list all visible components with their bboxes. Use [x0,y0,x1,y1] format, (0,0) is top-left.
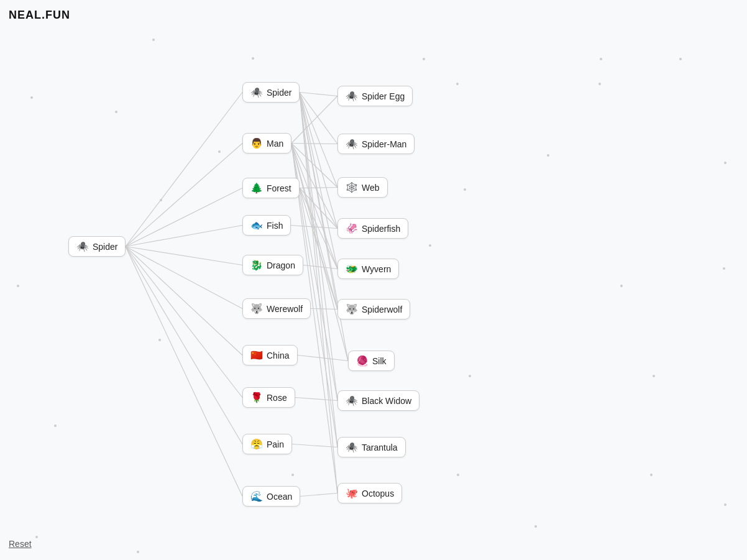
node-label-tarantula: Tarantula [362,443,398,452]
background-dot [218,150,221,153]
connection-line [291,226,337,229]
node-emoji-china: 🇨🇳 [250,349,263,361]
background-dot [464,188,466,191]
background-dot [252,57,254,60]
connection-line [291,144,337,144]
background-dot [598,83,601,85]
node-octopus[interactable]: 🐙Octopus [337,483,402,503]
node-label-pain: Pain [267,439,284,449]
node-label-silk: Silk [372,356,387,366]
node-emoji-rose: 🌹 [250,392,263,403]
reset-button[interactable]: Reset [9,539,32,549]
background-dot [547,154,549,157]
node-emoji-octopus: 🐙 [346,487,358,499]
connection-line [126,247,242,497]
node-label-black-widow: Black Widow [362,396,411,406]
connection-line [126,188,242,247]
node-wyvern[interactable]: 🐲Wyvern [337,259,399,279]
background-dot [291,474,294,476]
node-emoji-spider-left: 🕷️ [76,241,89,252]
connection-line [126,247,242,309]
connection-line [300,93,337,448]
node-china[interactable]: 🇨🇳China [242,345,298,365]
background-dot [158,339,161,341]
connection-line [126,247,242,356]
background-dot [456,83,459,85]
node-emoji-spider-man: 🕷️ [346,138,358,150]
node-label-werewolf: Werewolf [267,304,303,314]
node-spider-top[interactable]: 🕷️Spider [242,82,300,103]
connection-line [292,444,337,448]
connection-line [126,226,242,247]
connection-line [298,356,348,361]
connection-line [291,144,337,310]
connection-line [126,247,242,265]
connection-line [300,93,337,188]
node-emoji-tarantula: 🕷️ [346,441,358,453]
background-dot [469,375,471,377]
node-rose[interactable]: 🌹Rose [242,387,295,408]
connection-line [291,96,337,144]
node-silk[interactable]: 🧶Silk [348,351,395,371]
node-emoji-spiderwolf: 🐺 [346,303,358,315]
background-dot [152,39,155,41]
connection-line [126,93,242,247]
connection-line [300,188,337,310]
background-dot [724,503,726,506]
node-black-widow[interactable]: 🕷️Black Widow [337,390,419,411]
node-spiderfish[interactable]: 🦑Spiderfish [337,218,408,239]
connection-line [300,93,337,144]
node-pain[interactable]: 😤Pain [242,434,292,454]
node-label-spiderwolf: Spiderwolf [362,305,402,314]
node-man[interactable]: 👨Man [242,133,291,154]
connection-line [300,93,337,310]
node-spider-left[interactable]: 🕷️Spider [68,236,126,257]
background-dot [54,425,57,427]
node-label-spider-left: Spider [93,242,117,252]
node-spider-egg[interactable]: 🕷️Spider Egg [337,86,413,106]
background-dot [679,58,682,60]
background-dot [620,285,623,287]
node-spider-man[interactable]: 🕷️Spider-Man [337,134,415,154]
connection-line [295,398,337,401]
node-emoji-werewolf: 🐺 [250,303,263,314]
node-emoji-fish: 🐟 [250,219,263,231]
node-emoji-wyvern: 🐲 [346,263,358,275]
node-label-wyvern: Wyvern [362,264,391,274]
node-label-dragon: Dragon [267,260,295,270]
node-emoji-ocean: 🌊 [250,490,263,502]
node-web[interactable]: 🕸️Web [337,177,388,198]
node-forest[interactable]: 🌲Forest [242,178,300,198]
node-werewolf[interactable]: 🐺Werewolf [242,298,311,319]
node-dragon[interactable]: 🐉Dragon [242,255,303,275]
connection-line [311,309,337,310]
node-ocean[interactable]: 🌊Ocean [242,486,300,507]
node-spiderwolf[interactable]: 🐺Spiderwolf [337,299,410,319]
connection-line [126,144,242,247]
background-dot [653,375,655,377]
node-emoji-pain: 😤 [250,438,263,450]
node-label-man: Man [267,139,283,149]
node-tarantula[interactable]: 🕷️Tarantula [337,437,406,457]
connection-line [300,93,337,493]
background-dot [423,58,425,60]
background-dot [30,96,33,99]
node-fish[interactable]: 🐟Fish [242,215,291,236]
node-emoji-black-widow: 🕷️ [346,395,358,406]
node-label-octopus: Octopus [362,489,394,498]
node-emoji-dragon: 🐉 [250,259,263,271]
node-emoji-web: 🕸️ [346,181,358,193]
background-dot [650,474,653,476]
background-dot [160,199,162,201]
node-emoji-man: 👨 [250,137,263,149]
connection-line [300,93,337,269]
node-label-china: China [267,351,290,360]
node-emoji-spider-egg: 🕷️ [346,90,358,102]
connection-line [126,247,242,444]
background-dot [724,162,726,164]
node-label-spider-man: Spider-Man [362,139,406,149]
connection-line [126,247,242,398]
node-label-rose: Rose [267,393,287,403]
background-dot [35,536,38,538]
node-label-spiderfish: Spiderfish [362,224,400,234]
